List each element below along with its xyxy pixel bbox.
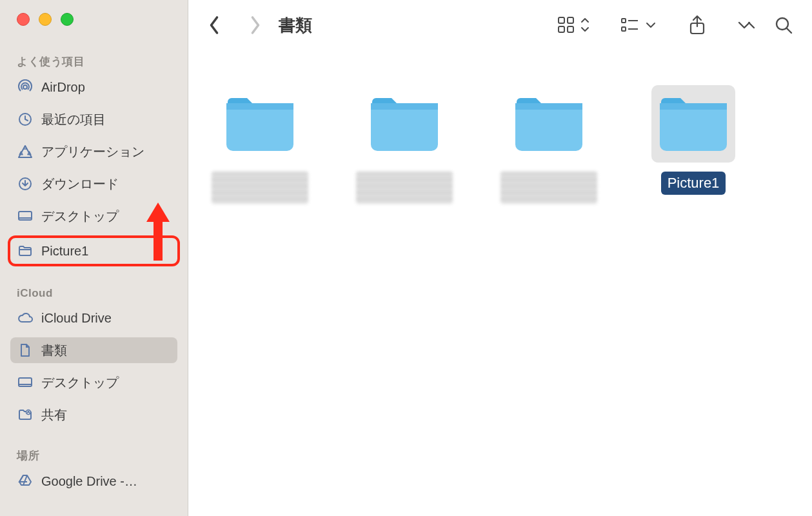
search-button[interactable]: [775, 16, 793, 34]
svg-rect-24: [371, 103, 438, 110]
sidebar-item-icloud-drive[interactable]: iCloud Drive: [10, 305, 177, 331]
sidebar-item-label: Google Drive -…: [41, 474, 137, 489]
cloud-icon: [17, 310, 34, 326]
sidebar-item-picture1[interactable]: Picture1: [8, 235, 180, 266]
document-icon: [17, 342, 34, 358]
view-icons-button[interactable]: [558, 16, 590, 34]
svg-rect-6: [19, 378, 32, 386]
sidebar-section-header: 場所: [17, 448, 177, 463]
nav-forward-button[interactable]: [249, 15, 262, 35]
more-button[interactable]: [737, 19, 755, 32]
download-icon: [17, 176, 34, 192]
sidebar-item-最近の項目[interactable]: 最近の項目: [10, 106, 177, 132]
folder-icon: [362, 85, 446, 163]
toolbar: 書類: [188, 0, 812, 50]
folder-grid: Picture1: [188, 50, 812, 516]
apps-icon: [17, 144, 34, 159]
folder-label: Picture1: [661, 172, 726, 195]
svg-rect-3: [19, 212, 32, 220]
sidebar-item-label: 最近の項目: [41, 111, 106, 128]
svg-rect-23: [371, 103, 438, 151]
folder-icon: [17, 243, 34, 259]
window-controls: [17, 13, 177, 26]
svg-rect-28: [660, 103, 727, 110]
svg-rect-16: [622, 27, 626, 31]
svg-point-0: [23, 85, 27, 89]
sidebar-item-label: Picture1: [41, 244, 88, 259]
sidebar-item-airdrop[interactable]: AirDrop: [10, 74, 177, 100]
sidebar-item-書類[interactable]: 書類: [10, 337, 177, 363]
nav-back-button[interactable]: [208, 15, 221, 35]
group-by-button[interactable]: [621, 16, 657, 34]
sidebar-item-アプリケーション[interactable]: アプリケーション: [10, 139, 177, 164]
sidebar-item-ダウンロード[interactable]: ダウンロード: [10, 171, 177, 197]
svg-rect-11: [568, 17, 573, 23]
folder-icon: [218, 85, 302, 163]
svg-rect-25: [515, 103, 582, 151]
desktop-icon: [17, 208, 34, 224]
sidebar-item-label: 共有: [41, 406, 67, 424]
folder-label-blurred: [212, 172, 308, 204]
share-button[interactable]: [688, 15, 706, 35]
sidebar-item-共有[interactable]: 共有: [10, 402, 177, 428]
svg-rect-13: [568, 26, 573, 32]
desktop-icon: [17, 375, 34, 390]
svg-rect-27: [660, 103, 727, 151]
sidebar-item-label: 書類: [41, 342, 67, 359]
sidebar-item-label: デスクトップ: [41, 208, 119, 225]
sidebar-item-google-drive--…[interactable]: Google Drive -…: [10, 468, 177, 494]
window-title: 書類: [279, 14, 312, 37]
svg-rect-14: [622, 19, 626, 23]
sidebar-section-header: よく使う項目: [17, 54, 177, 69]
sidebar-item-label: ダウンロード: [41, 175, 119, 193]
sidebar-item-label: iCloud Drive: [41, 311, 112, 326]
svg-rect-10: [559, 17, 564, 23]
sidebar-item-label: デスクトップ: [41, 374, 119, 392]
folder-icon: [507, 85, 591, 163]
svg-line-20: [787, 28, 791, 33]
finder-window: よく使う項目AirDrop最近の項目アプリケーションダウンロードデスクトップPi…: [0, 0, 812, 516]
main-area: 書類: [188, 0, 812, 516]
folder-label-blurred: [356, 172, 453, 204]
fullscreen-window-button[interactable]: [61, 13, 74, 26]
folder-item[interactable]: Picture1: [645, 85, 742, 195]
svg-rect-12: [559, 26, 564, 32]
shared-icon: [17, 407, 34, 422]
sidebar: よく使う項目AirDrop最近の項目アプリケーションダウンロードデスクトップPi…: [0, 0, 188, 516]
folder-item[interactable]: [500, 85, 597, 204]
folder-label-blurred: [500, 172, 597, 204]
svg-rect-21: [226, 103, 293, 151]
airdrop-icon: [17, 79, 34, 95]
close-window-button[interactable]: [17, 13, 30, 26]
sidebar-item-label: アプリケーション: [41, 143, 144, 161]
sidebar-item-label: AirDrop: [41, 80, 85, 95]
drive-icon: [17, 473, 34, 489]
sidebar-section-header: iCloud: [17, 287, 177, 300]
sidebar-item-デスクトップ[interactable]: デスクトップ: [10, 203, 177, 229]
clock-icon: [17, 112, 34, 127]
svg-rect-22: [226, 103, 293, 110]
svg-rect-26: [515, 103, 582, 110]
folder-icon: [651, 85, 735, 163]
folder-item[interactable]: [212, 85, 308, 204]
minimize-window-button[interactable]: [39, 13, 52, 26]
sidebar-item-デスクトップ[interactable]: デスクトップ: [10, 370, 177, 395]
folder-item[interactable]: [356, 85, 453, 204]
